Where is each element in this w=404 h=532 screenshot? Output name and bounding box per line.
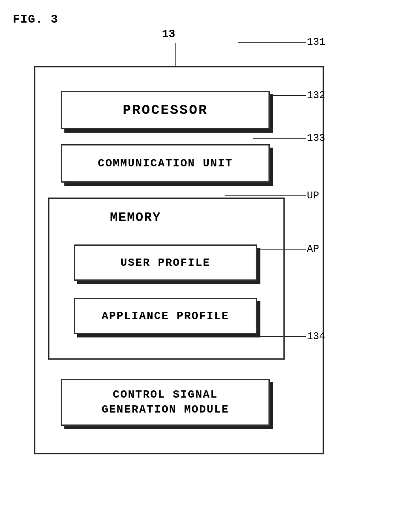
ref-label-131: 131 bbox=[307, 36, 325, 48]
comm-wrapper: COMMUNICATION UNIT bbox=[61, 144, 270, 183]
comm-box: COMMUNICATION UNIT bbox=[61, 144, 270, 183]
control-wrapper: CONTROL SIGNAL GENERATION MODULE bbox=[61, 379, 270, 426]
memory-label: MEMORY bbox=[110, 210, 161, 225]
userprofile-label: USER PROFILE bbox=[120, 256, 210, 269]
ref-label-ap: AP bbox=[307, 243, 319, 255]
page: FIG. 3 13 PROCESSOR COMMUNICATION UNIT M… bbox=[0, 0, 404, 532]
ref-label-133: 133 bbox=[307, 132, 325, 144]
ref-label-up: UP bbox=[307, 190, 319, 201]
ref-line-133 bbox=[253, 138, 306, 139]
ref-line-up bbox=[225, 195, 306, 196]
ref-line-131 bbox=[238, 42, 306, 43]
main-ref-label: 13 bbox=[162, 28, 175, 41]
appliance-wrapper: APPLIANCE PROFILE bbox=[74, 298, 257, 334]
ref-label-134: 134 bbox=[307, 331, 325, 342]
userprofile-box: USER PROFILE bbox=[74, 244, 257, 281]
figure-label: FIG. 3 bbox=[13, 13, 58, 26]
ref-label-132: 132 bbox=[307, 90, 325, 101]
processor-label: PROCESSOR bbox=[123, 102, 208, 118]
control-box: CONTROL SIGNAL GENERATION MODULE bbox=[61, 379, 270, 426]
control-label: CONTROL SIGNAL GENERATION MODULE bbox=[101, 387, 229, 417]
processor-box: PROCESSOR bbox=[61, 91, 270, 129]
userprofile-wrapper: USER PROFILE bbox=[74, 244, 257, 281]
main-container: PROCESSOR COMMUNICATION UNIT MEMORY USER… bbox=[34, 66, 324, 454]
appliance-label: APPLIANCE PROFILE bbox=[101, 310, 229, 323]
processor-wrapper: PROCESSOR bbox=[61, 91, 270, 129]
main-ref-line bbox=[175, 43, 176, 67]
appliance-box: APPLIANCE PROFILE bbox=[74, 298, 257, 334]
comm-label: COMMUNICATION UNIT bbox=[98, 157, 233, 170]
